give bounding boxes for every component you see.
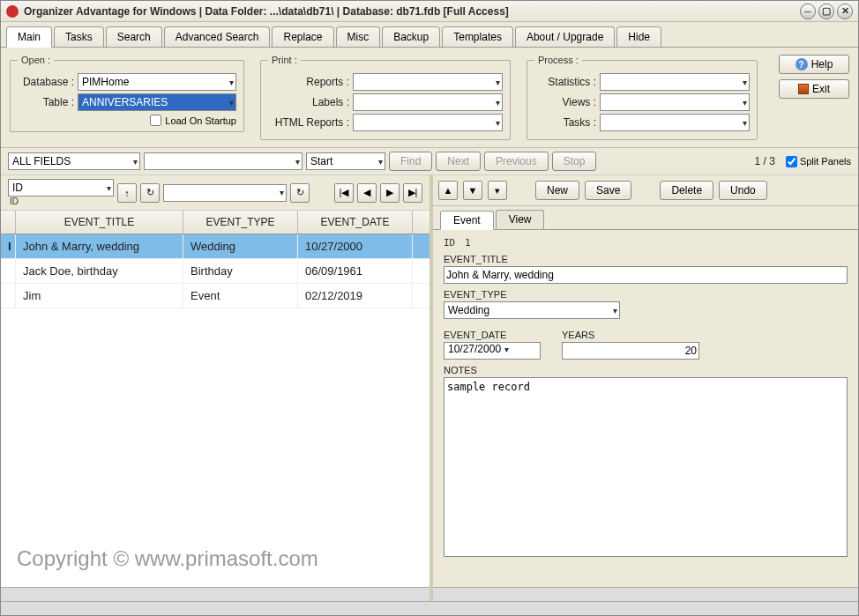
exit-button[interactable]: Exit: [779, 79, 849, 99]
grid-body[interactable]: I John & Marry, wedding Wedding 10/27/20…: [1, 234, 430, 587]
cell-type: Wedding: [183, 234, 298, 258]
row-indicator: I: [1, 234, 16, 258]
help-button[interactable]: ?Help: [779, 55, 849, 74]
event-date-label: EVENT_DATE: [444, 330, 541, 340]
close-button[interactable]: ✕: [837, 4, 853, 19]
tab-replace[interactable]: Replace: [272, 26, 333, 47]
app-icon: [6, 5, 19, 18]
table-row[interactable]: Jack Doe, birthday Birthday 06/09/1961: [1, 259, 430, 284]
sort-field-2[interactable]: [163, 184, 287, 202]
tab-about[interactable]: About / Upgrade: [515, 26, 615, 47]
statistics-select[interactable]: [600, 73, 750, 91]
split-panels-checkbox[interactable]: [786, 156, 797, 167]
move-up-button[interactable]: ▲: [438, 181, 458, 200]
cell-date: 10/27/2000: [298, 234, 413, 258]
sort-refresh-2-button[interactable]: ↻: [290, 183, 310, 203]
dropdown-button[interactable]: ▾: [488, 181, 507, 200]
database-select[interactable]: PIMHome: [78, 73, 236, 91]
tab-search[interactable]: Search: [106, 26, 162, 47]
app-window: Organizer Advantage for Windows | Data F…: [0, 0, 859, 616]
new-button[interactable]: New: [535, 181, 579, 200]
delete-button[interactable]: Delete: [660, 181, 713, 200]
left-horizontal-scrollbar[interactable]: [1, 587, 430, 601]
html-reports-select[interactable]: [353, 114, 503, 131]
open-legend: Open :: [18, 55, 54, 65]
load-on-startup-checkbox[interactable]: [150, 115, 161, 126]
notes-label: NOTES: [444, 365, 848, 375]
sort-row: ID ID ↑ ↻ ↻ |◀ ◀ ▶ ▶|: [1, 175, 430, 211]
id-label: ID: [444, 237, 455, 249]
nav-next-button[interactable]: ▶: [380, 183, 400, 203]
next-button[interactable]: Next: [436, 152, 481, 171]
split-area: ID ID ↑ ↻ ↻ |◀ ◀ ▶ ▶| EVENT_TITLE EVENT_…: [1, 175, 858, 601]
exit-icon: [798, 84, 809, 94]
process-legend: Process :: [534, 55, 582, 65]
tab-advanced-search[interactable]: Advanced Search: [164, 26, 271, 47]
tab-misc[interactable]: Misc: [336, 26, 381, 47]
maximize-button[interactable]: ▢: [818, 4, 834, 19]
nav-first-button[interactable]: |◀: [334, 183, 354, 203]
grid-header-date[interactable]: EVENT_DATE: [298, 211, 413, 234]
table-row[interactable]: I John & Marry, wedding Wedding 10/27/20…: [1, 234, 430, 259]
move-down-button[interactable]: ▼: [463, 181, 482, 200]
tab-hide[interactable]: Hide: [616, 26, 661, 47]
find-button[interactable]: Find: [389, 152, 432, 171]
tasks-label: Tasks :: [534, 116, 596, 129]
row-indicator: [1, 284, 16, 308]
event-type-label: EVENT_TYPE: [444, 289, 848, 300]
sort-field-1-sublabel: ID: [8, 197, 114, 206]
table-label: Table :: [18, 96, 74, 108]
tab-tasks[interactable]: Tasks: [54, 26, 104, 47]
tasks-select[interactable]: [600, 114, 750, 131]
right-horizontal-scrollbar[interactable]: [433, 587, 858, 601]
cell-type: Birthday: [183, 259, 298, 283]
window-title: Organizer Advantage for Windows | Data F…: [24, 5, 509, 18]
grid-header: EVENT_TITLE EVENT_TYPE EVENT_DATE: [1, 211, 430, 234]
side-buttons: ?Help Exit: [779, 55, 849, 99]
sort-field-1[interactable]: ID: [8, 179, 114, 197]
search-term-input[interactable]: [144, 152, 303, 170]
table-row[interactable]: Jim Event 02/12/2019: [1, 284, 430, 308]
sort-refresh-button[interactable]: ↻: [140, 183, 160, 203]
sort-asc-button[interactable]: ↑: [117, 183, 137, 203]
search-field-select[interactable]: ALL FIELDS: [8, 152, 140, 170]
open-group: Open : Database : PIMHome Table : ANNIVE…: [10, 55, 244, 132]
save-button[interactable]: Save: [585, 181, 631, 200]
previous-button[interactable]: Previous: [484, 152, 549, 171]
split-panels-toggle[interactable]: Split Panels: [786, 156, 851, 167]
tab-backup[interactable]: Backup: [382, 26, 440, 47]
minimize-button[interactable]: ─: [800, 4, 816, 19]
table-select[interactable]: ANNIVERSARIES: [78, 93, 236, 111]
search-row: ALL FIELDS Start Find Next Previous Stop…: [1, 148, 858, 175]
grid-header-type[interactable]: EVENT_TYPE: [183, 211, 298, 234]
event-type-select[interactable]: Wedding: [444, 301, 620, 319]
bottom-scrollbar[interactable]: [1, 601, 858, 615]
event-title-input[interactable]: [444, 266, 848, 284]
stop-button[interactable]: Stop: [552, 152, 597, 171]
cell-title: Jack Doe, birthday: [16, 259, 183, 283]
cell-date: 06/09/1961: [298, 259, 413, 283]
nav-prev-button[interactable]: ◀: [357, 183, 377, 203]
left-pane: ID ID ↑ ↻ ↻ |◀ ◀ ▶ ▶| EVENT_TITLE EVENT_…: [1, 175, 433, 601]
event-date-input[interactable]: 10/27/2000: [444, 342, 541, 360]
subtab-event[interactable]: Event: [440, 211, 494, 230]
labels-select[interactable]: [353, 93, 503, 111]
notes-textarea[interactable]: sample record: [444, 377, 848, 557]
reports-select[interactable]: [353, 73, 503, 91]
tab-templates[interactable]: Templates: [442, 26, 513, 47]
subtab-view[interactable]: View: [496, 210, 545, 229]
right-toolbar: ▲ ▼ ▾ New Save Delete Undo: [433, 175, 858, 206]
record-pager: 1 / 3: [755, 155, 782, 167]
years-input[interactable]: [562, 342, 699, 360]
views-label: Views :: [534, 96, 596, 108]
search-mode-select[interactable]: Start: [306, 152, 385, 170]
undo-button[interactable]: Undo: [719, 181, 767, 200]
print-group: Print : Reports : Labels : HTML Reports …: [260, 55, 511, 140]
nav-last-button[interactable]: ▶|: [403, 183, 422, 203]
row-indicator: [1, 259, 16, 283]
tab-main[interactable]: Main: [6, 26, 52, 48]
views-select[interactable]: [600, 93, 750, 111]
titlebar: Organizer Advantage for Windows | Data F…: [1, 1, 858, 22]
grid-header-title[interactable]: EVENT_TITLE: [16, 211, 183, 234]
labels-label: Labels :: [268, 96, 349, 108]
